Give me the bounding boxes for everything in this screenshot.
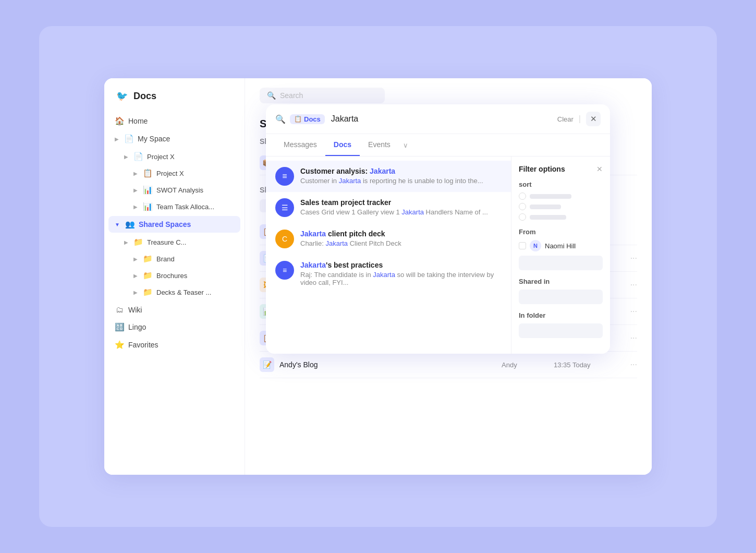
teamtask-icon: 📊 <box>143 202 152 211</box>
result-avatar-0: ≡ <box>275 167 294 186</box>
filter-shared-section: Shared in <box>519 278 603 304</box>
myspace-icon: 📄 <box>124 134 133 143</box>
user-avatar: N <box>530 240 541 251</box>
sidebar-item-swot[interactable]: ▶ 📊 SWOT Analysis <box>127 182 240 198</box>
sidebar-item-brand[interactable]: ▶ 📁 Brand <box>127 250 240 267</box>
result-subtitle-1: Cases Grid view 1 Gallery view 1 Jakarta… <box>300 208 502 216</box>
doc-date-4: 13:35 Today <box>554 361 621 369</box>
swot-icon: 📊 <box>143 185 152 195</box>
sidebar-sub-projectx: ▶ 📄 Project X ▶ 📋 Project X ▶ 📊 <box>108 148 240 215</box>
filter-from-section: From N Naomi Hill <box>519 228 603 270</box>
result-avatar-1: ☰ <box>275 198 294 217</box>
table-row[interactable]: 📝 Andy's Blog Andy 13:35 Today ··· <box>260 352 637 378</box>
result-title-3: Jakarta's best practices <box>300 261 502 269</box>
search-overlay: 🔍 📋 Docs Jakarta Clear | ✕ Messages <box>266 104 610 354</box>
app-name: Docs <box>133 91 156 102</box>
brochures-icon: 📁 <box>143 271 152 280</box>
expand-icon: ▶ <box>133 187 138 193</box>
sharedspaces-icon: 👥 <box>125 220 135 229</box>
filter-panel-title: Filter options <box>519 165 565 173</box>
filter-panel: Filter options ✕ sort <box>511 157 610 354</box>
projectx-icon: 📄 <box>133 152 143 161</box>
result-title-1: Sales team project tracker <box>300 198 502 207</box>
filter-from-input[interactable] <box>519 256 603 270</box>
search-overlay-actions: Clear | ✕ <box>557 112 601 126</box>
sidebar-label-teamtask: Team Task Alloca... <box>156 203 214 211</box>
home-icon: 🏠 <box>115 116 124 126</box>
sidebar-label-swot: SWOT Analysis <box>156 186 203 194</box>
filter-close-button[interactable]: ✕ <box>596 165 603 173</box>
search-result-item[interactable]: ≡ Customer analysis: Jakarta Customer in… <box>266 161 511 192</box>
result-info-1: Sales team project tracker Cases Grid vi… <box>300 198 502 216</box>
tab-events[interactable]: Events <box>360 134 399 156</box>
doc-more-0[interactable]: ··· <box>621 254 637 263</box>
expand-icon: ▶ <box>133 204 138 210</box>
result-avatar-2: C <box>275 230 294 248</box>
sidebar-label-decks: Decks & Teaser ... <box>156 288 211 296</box>
result-subtitle-0: Customer in Jakarta is reporting he is u… <box>300 177 502 185</box>
treasure-icon: 📁 <box>133 237 143 247</box>
tag-icon: 📋 <box>294 115 302 123</box>
sidebar-item-treasure[interactable]: ▶ 📁 Treasure C... <box>118 234 240 250</box>
search-results-area: ≡ Customer analysis: Jakarta Customer in… <box>266 157 610 354</box>
sidebar-sub2-folders: ▶ 📁 Brand ▶ 📁 Brochures ▶ 📁 Decks <box>118 250 240 300</box>
expand-icon: ▶ <box>133 290 138 295</box>
tab-messages[interactable]: Messages <box>275 134 325 156</box>
filter-folder-input[interactable] <box>519 323 603 338</box>
doc-more-4[interactable]: ··· <box>621 360 637 369</box>
doc-name-4: Andy's Blog <box>279 360 502 369</box>
close-search-button[interactable]: ✕ <box>586 112 601 126</box>
app-window: 🐦 Docs 🏠 Home ▶ 📄 My Space ▶ <box>104 78 652 475</box>
filter-from-user[interactable]: N Naomi Hill <box>519 240 603 251</box>
sidebar-label-home: Home <box>128 117 148 125</box>
expand-icon: ▶ <box>124 154 128 160</box>
clear-button[interactable]: Clear <box>557 115 574 123</box>
sidebar-nav: 🏠 Home ▶ 📄 My Space ▶ 📄 Project X <box>104 113 245 353</box>
sidebar-item-projectx[interactable]: ▶ 📄 Project X <box>118 148 240 165</box>
search-query-text: Jakarta <box>331 114 358 124</box>
filter-from-label: From <box>519 228 603 236</box>
sidebar-label-brochures: Brochures <box>156 272 187 280</box>
sidebar-item-brochures[interactable]: ▶ 📁 Brochures <box>127 267 240 284</box>
doc-owner-4: Andy <box>502 361 554 369</box>
doc-more-1[interactable]: ··· <box>621 280 637 290</box>
filter-folder-section: In folder <box>519 311 603 338</box>
search-result-item[interactable]: ☰ Sales team project tracker Cases Grid … <box>266 192 511 223</box>
search-overlay-icon: 🔍 <box>275 114 286 124</box>
search-icon: 🔍 <box>267 91 276 100</box>
search-bar[interactable]: 🔍 Search <box>260 88 385 103</box>
search-result-item[interactable]: ≡ Jakarta's best practices Raj: The cand… <box>266 255 511 293</box>
sidebar-item-lingo[interactable]: 🔠 Lingo <box>108 319 240 335</box>
sidebar-item-projectx-sub[interactable]: ▶ 📋 Project X <box>127 165 240 182</box>
sidebar-sub2: ▶ 📋 Project X ▶ 📊 SWOT Analysis ▶ 📊 <box>118 165 240 215</box>
result-title-2: Jakarta client pitch deck <box>300 230 502 238</box>
sidebar-label-projectx: Project X <box>147 153 175 161</box>
filter-radio-2[interactable] <box>519 203 603 210</box>
doc-more-2[interactable]: ··· <box>621 307 637 316</box>
filter-radio-3[interactable] <box>519 213 603 221</box>
filter-radio-1[interactable] <box>519 193 603 200</box>
filter-option-1 <box>530 194 571 199</box>
favorites-icon: ⭐ <box>115 340 124 350</box>
expand-icon: ▶ <box>124 239 128 245</box>
sidebar-item-favorites[interactable]: ⭐ Favorites <box>108 336 240 353</box>
sidebar-item-teamtask[interactable]: ▶ 📊 Team Task Alloca... <box>127 198 240 215</box>
filter-shared-input[interactable] <box>519 290 603 304</box>
doc-more-3[interactable]: ··· <box>621 333 637 343</box>
search-result-item[interactable]: C Jakarta client pitch deck Charlie: Jak… <box>266 223 511 255</box>
tab-docs[interactable]: Docs <box>325 134 360 156</box>
sidebar-item-decks[interactable]: ▶ 📁 Decks & Teaser ... <box>127 284 240 300</box>
sidebar-sub-sharedspaces: ▶ 📁 Treasure C... ▶ 📁 Brand ▶ 📁 <box>108 234 240 300</box>
sidebar-item-home[interactable]: 🏠 Home <box>108 113 240 129</box>
sidebar-item-myspace[interactable]: ▶ 📄 My Space <box>108 130 240 147</box>
sidebar-item-sharedspaces[interactable]: ▼ 👥 Shared Spaces <box>108 216 240 233</box>
expand-icon: ▶ <box>133 171 138 176</box>
tab-more-button[interactable]: ∨ <box>399 135 412 155</box>
sidebar: 🐦 Docs 🏠 Home ▶ 📄 My Space ▶ <box>104 78 245 475</box>
sidebar-item-wiki[interactable]: 🗂 Wiki <box>108 302 240 318</box>
expand-icon: ▶ <box>133 273 138 279</box>
sidebar-label-treasure: Treasure C... <box>147 238 186 246</box>
expand-icon: ▶ <box>133 256 138 262</box>
sidebar-label-favorites: Favorites <box>128 341 158 349</box>
filter-option-3 <box>530 215 566 220</box>
